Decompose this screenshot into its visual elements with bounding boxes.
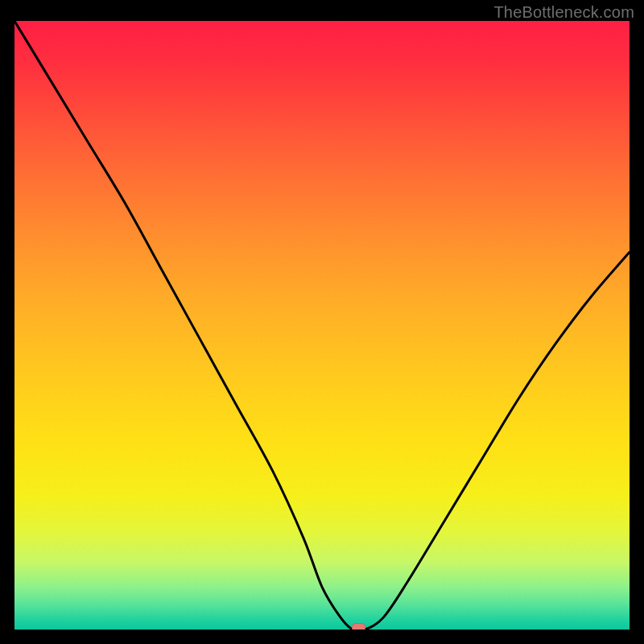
plot-area	[14, 21, 630, 630]
bottleneck-curve	[14, 21, 630, 630]
chart-frame: TheBottleneck.com	[0, 0, 644, 644]
bottleneck-marker	[352, 623, 365, 630]
watermark-text: TheBottleneck.com	[493, 3, 634, 22]
